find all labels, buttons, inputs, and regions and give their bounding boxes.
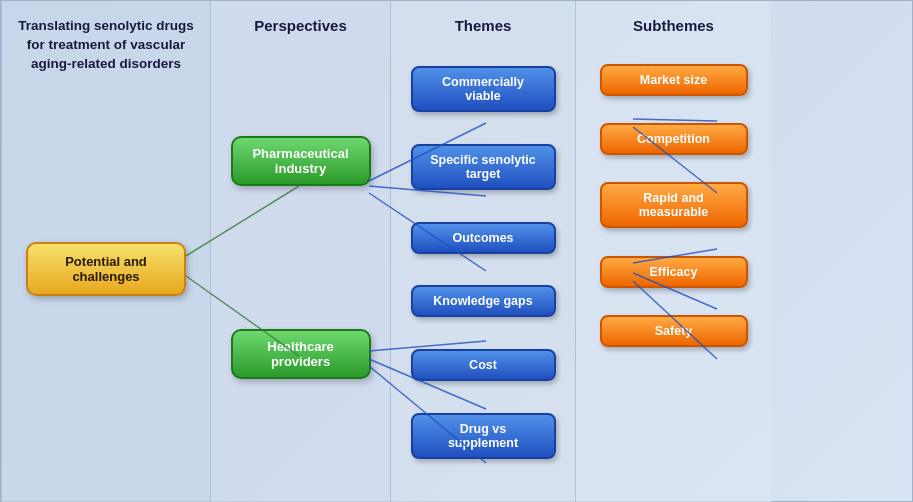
theme-cost: Cost	[411, 349, 556, 381]
theme-commercially: Commercially viable	[411, 66, 556, 112]
col-perspectives: Perspectives Pharmaceutical industry Hea…	[211, 1, 391, 502]
subtheme-safety: Safety	[600, 315, 748, 347]
central-node: Potential and challenges	[26, 242, 186, 296]
perspective-pharma: Pharmaceutical industry	[231, 136, 371, 186]
theme-outcomes: Outcomes	[411, 222, 556, 254]
themes-header: Themes	[455, 17, 512, 34]
subthemes-header: Subthemes	[633, 17, 714, 34]
theme-drug: Drug vs supplement	[411, 413, 556, 459]
main-container: Translating senolytic drugs for treatmen…	[0, 0, 913, 502]
subtheme-efficacy: Efficacy	[600, 256, 748, 288]
subtheme-competition: Competition	[600, 123, 748, 155]
subtheme-rapid: Rapid and measurable	[600, 182, 748, 228]
theme-knowledge: Knowledge gaps	[411, 285, 556, 317]
perspective-health: Healthcare providers	[231, 329, 371, 379]
subtheme-market: Market size	[600, 64, 748, 96]
col-title: Translating senolytic drugs for treatmen…	[1, 1, 211, 502]
page-title: Translating senolytic drugs for treatmen…	[12, 17, 200, 74]
col-subthemes: Subthemes Market size Competition Rapid …	[576, 1, 771, 502]
theme-senolytic: Specific senolytic target	[411, 144, 556, 190]
perspectives-header: Perspectives	[254, 17, 347, 34]
col-themes: Themes Commercially viable Specific seno…	[391, 1, 576, 502]
